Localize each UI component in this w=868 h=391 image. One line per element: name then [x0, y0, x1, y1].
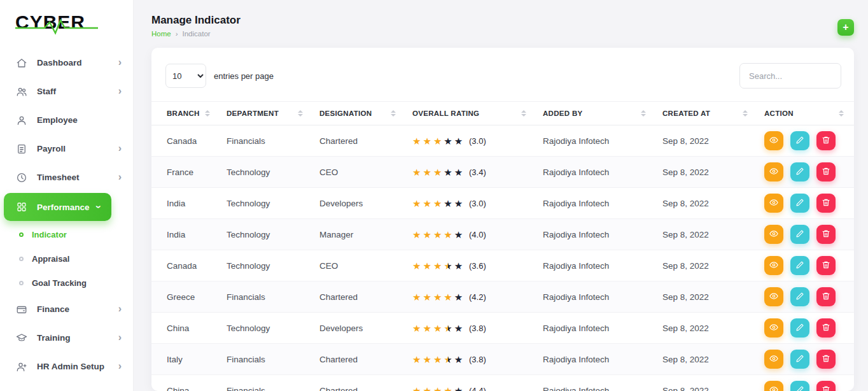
chevron-right-icon: ›: [118, 86, 122, 96]
sidebar-item-dashboard[interactable]: Dashboard ›: [0, 48, 133, 77]
cell-added-by: Rajodiya Infotech: [536, 344, 656, 375]
pencil-icon: [795, 167, 804, 178]
sort-icon[interactable]: [205, 110, 210, 117]
delete-button[interactable]: [816, 162, 836, 181]
sidebar-item-finance[interactable]: Finance ›: [0, 295, 133, 323]
cell-designation: Chartered: [313, 281, 406, 313]
star-empty-icon: ★: [454, 167, 463, 177]
column-header-department[interactable]: DEPARTMENT: [220, 102, 313, 125]
search-input[interactable]: [739, 63, 841, 89]
table-row: Greece Financials Chartered ★★★★★ (4.2) …: [151, 281, 854, 313]
edit-button[interactable]: [790, 225, 809, 244]
view-button[interactable]: [764, 318, 783, 338]
delete-button[interactable]: [816, 256, 836, 275]
sidebar-item-recruitment[interactable]: Recruitment ›: [0, 381, 133, 391]
star-full-icon: ★: [444, 230, 452, 239]
edit-button[interactable]: [790, 162, 809, 181]
cell-overall-rating: ★★★★★ (3.8): [406, 313, 536, 344]
star-full-icon: ★: [433, 136, 442, 146]
table-row: Canada Technology CEO ★★★★★ (3.6) Rajodi…: [151, 250, 854, 281]
sidebar-subitem-indicator[interactable]: Indicator: [0, 222, 133, 246]
sidebar-subitem-goal-tracking[interactable]: Goal Tracking: [0, 271, 133, 295]
view-button[interactable]: [764, 287, 783, 306]
star-full-icon: ★: [433, 386, 442, 391]
breadcrumb-home-link[interactable]: Home: [151, 30, 171, 38]
star-full-icon: ★: [412, 323, 421, 333]
cell-overall-rating: ★★★★★ (3.0): [406, 125, 536, 157]
user-plus-icon: [15, 360, 28, 373]
sort-icon[interactable]: [641, 110, 646, 117]
edit-button[interactable]: [790, 194, 809, 213]
delete-button[interactable]: [816, 225, 836, 244]
wallet-icon: [15, 303, 28, 316]
column-header-action[interactable]: ACTION: [758, 102, 854, 125]
cell-designation: Chartered: [313, 344, 406, 375]
cell-overall-rating: ★★★★★ (3.4): [406, 157, 536, 188]
sort-icon[interactable]: [839, 110, 844, 117]
pencil-icon: [795, 385, 804, 391]
column-header-created-at[interactable]: CREATED AT: [656, 102, 758, 125]
pencil-icon: [795, 354, 804, 365]
view-button[interactable]: [764, 381, 783, 391]
header-row: BRANCH DEPARTMENT DESIGNATION OVERALL RA…: [151, 102, 854, 125]
chevron-down-icon: ›: [93, 205, 103, 208]
column-header-added-by[interactable]: ADDED BY: [536, 102, 656, 125]
view-button[interactable]: [764, 256, 783, 275]
edit-button[interactable]: [790, 256, 809, 275]
sort-icon[interactable]: [391, 110, 396, 117]
delete-button[interactable]: [816, 194, 836, 213]
delete-button[interactable]: [816, 287, 836, 306]
sidebar-subitem-appraisal[interactable]: Appraisal: [0, 246, 133, 271]
table-row: China Technology Developers ★★★★★ (3.8) …: [151, 313, 854, 344]
star-rating: ★★★★★: [412, 261, 463, 271]
view-button[interactable]: [764, 225, 783, 244]
entries-per-page-label: entries per page: [214, 71, 274, 81]
table-controls: 10 entries per page: [151, 48, 854, 101]
edit-button[interactable]: [790, 287, 809, 306]
app-logo[interactable]: CYBER: [0, 0, 133, 46]
cell-branch: India: [151, 188, 220, 219]
cell-created-at: Sep 8, 2022: [656, 313, 758, 344]
bullet-icon: [19, 257, 24, 261]
page-header: Manage Indicator Home › Indicator +: [134, 0, 868, 46]
sort-icon[interactable]: [521, 110, 526, 117]
column-header-overall-rating[interactable]: OVERALL RATING: [406, 102, 536, 125]
edit-button[interactable]: [790, 318, 809, 338]
cell-action: [758, 157, 854, 188]
pencil-icon: [795, 229, 804, 240]
pencil-icon: [795, 292, 804, 302]
app-window: CYBER Dashboard › Staff › Employee › Pay…: [0, 0, 868, 391]
sidebar-item-hr-admin-setup[interactable]: HR Admin Setup ›: [0, 352, 133, 381]
sidebar-item-timesheet[interactable]: Timesheet ›: [0, 163, 133, 192]
star-half-icon: ★: [444, 355, 452, 364]
delete-button[interactable]: [816, 318, 836, 338]
column-header-designation[interactable]: DESIGNATION: [313, 102, 406, 125]
chevron-right-icon: ›: [118, 172, 122, 182]
cell-created-at: Sep 8, 2022: [656, 188, 758, 219]
sidebar-item-payroll[interactable]: Payroll ›: [0, 134, 133, 163]
delete-button[interactable]: [816, 131, 836, 150]
sidebar-item-employee[interactable]: Employee ›: [0, 106, 133, 134]
sort-icon[interactable]: [743, 110, 748, 117]
view-button[interactable]: [764, 162, 783, 181]
cell-designation: CEO: [313, 250, 406, 281]
entries-per-page-select[interactable]: 10: [165, 64, 206, 88]
cell-department: Technology: [220, 250, 313, 281]
add-indicator-button[interactable]: +: [837, 19, 854, 36]
edit-button[interactable]: [790, 381, 809, 391]
delete-button[interactable]: [816, 381, 836, 391]
view-button[interactable]: [764, 350, 783, 369]
view-button[interactable]: [764, 131, 783, 150]
cell-department: Technology: [220, 219, 313, 250]
edit-button[interactable]: [790, 131, 809, 150]
sidebar-item-performance[interactable]: Performance ›: [4, 193, 111, 221]
edit-button[interactable]: [790, 350, 809, 369]
sort-icon[interactable]: [298, 110, 303, 117]
column-header-branch[interactable]: BRANCH: [151, 102, 220, 125]
star-empty-icon: ★: [454, 261, 463, 271]
sidebar-item-training[interactable]: Training ›: [0, 323, 133, 352]
delete-button[interactable]: [816, 350, 836, 369]
rating-value: (4.0): [469, 230, 486, 239]
sidebar-item-staff[interactable]: Staff ›: [0, 77, 133, 106]
view-button[interactable]: [764, 194, 783, 213]
